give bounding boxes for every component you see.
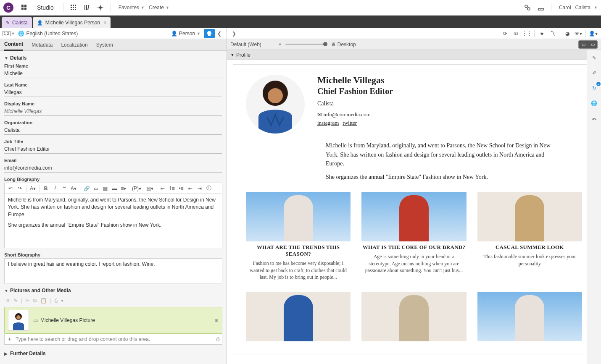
time-icon[interactable]: ◕ xyxy=(563,29,572,38)
preview-mode-toggle[interactable]: ▭ ▭ xyxy=(578,40,598,49)
email-input[interactable] xyxy=(4,164,222,173)
tab-system[interactable]: System xyxy=(96,39,113,50)
expand-left-button[interactable]: ❯ xyxy=(229,29,239,38)
preview-section-header[interactable]: ▼ Profile xyxy=(227,50,601,60)
user-menu[interactable]: Carol | Calista xyxy=(559,5,590,10)
font-button[interactable]: A▾ xyxy=(29,184,37,193)
grid-icon[interactable] xyxy=(69,3,79,13)
job-title-input[interactable] xyxy=(4,145,222,154)
link-button[interactable]: 🔗 xyxy=(82,184,91,193)
image-button[interactable]: ▭ xyxy=(92,184,100,193)
gears-icon[interactable] xyxy=(522,3,532,13)
paragraph-button[interactable]: (P)▾ xyxy=(132,184,141,193)
embed-button[interactable]: ▦ xyxy=(101,184,109,193)
type-selector[interactable]: 👤 Person ▼ xyxy=(171,31,200,37)
analytics-icon[interactable]: 〽 xyxy=(548,29,557,38)
long-bio-editor[interactable]: Michelle is from Maryland, originally, a… xyxy=(4,194,222,248)
paste-icon[interactable]: 📋 xyxy=(40,298,47,304)
tab-content[interactable]: Content xyxy=(4,39,23,51)
quote-button[interactable]: ❝ xyxy=(60,184,69,193)
create-menu[interactable]: Create xyxy=(149,5,164,10)
tab-localization[interactable]: Localization xyxy=(61,39,87,50)
share-rail-icon[interactable]: ⫘ xyxy=(590,114,599,123)
close-icon[interactable]: × xyxy=(103,20,106,26)
instagram-link[interactable]: instagram xyxy=(317,120,339,126)
outdent-button[interactable]: ⇤ xyxy=(186,184,195,193)
section-further-details[interactable]: ▶Further Details xyxy=(4,351,222,356)
cut-icon[interactable]: ✂ xyxy=(26,298,30,304)
inbox-icon[interactable] xyxy=(536,3,546,13)
refresh-badge-icon[interactable]: ↻• xyxy=(590,84,599,93)
bio-paragraph: She organizes the annual "Empire State" … xyxy=(8,222,219,229)
zoom-slider[interactable] xyxy=(285,44,327,45)
redo-button[interactable]: ↷ xyxy=(16,184,24,193)
info-button[interactable]: ⓘ xyxy=(205,184,213,193)
media-drop-area[interactable]: ＋ Type here to search or drag and drop c… xyxy=(4,334,222,345)
toggle-b[interactable]: ▭ xyxy=(588,41,597,48)
edit-icon[interactable]: ✎ xyxy=(13,298,18,304)
bold-button[interactable]: B xyxy=(42,184,50,193)
target-icon[interactable] xyxy=(95,3,105,13)
article-card[interactable]: CASUAL SUMMER LOOK This fashionable summ… xyxy=(477,192,582,281)
last-name-input[interactable] xyxy=(4,88,222,97)
open-external-icon[interactable]: ⧉ xyxy=(511,29,521,38)
copy-icon[interactable]: ⧉ xyxy=(33,298,37,304)
more-icon[interactable]: ▾ xyxy=(61,298,63,304)
library-icon[interactable] xyxy=(82,3,92,13)
channel-selector[interactable]: Default (Web) xyxy=(230,42,261,47)
tab-label: Michelle Villegas Person xyxy=(45,20,100,26)
article-card[interactable]: WHAT ARE THE TRENDS THIS SEASON? Fashion… xyxy=(246,192,351,281)
logo-icon[interactable]: C xyxy=(3,3,13,13)
apps-icon[interactable] xyxy=(19,3,29,13)
svg-rect-7 xyxy=(71,7,72,8)
tab-site[interactable]: ✎ Calista xyxy=(2,17,32,28)
ul-button[interactable]: •≡ xyxy=(177,184,185,193)
short-bio-editor[interactable]: I believe in great hair and wearing colo… xyxy=(4,258,222,283)
undo-button[interactable]: ↶ xyxy=(6,184,15,193)
section-label: Further Details xyxy=(10,351,46,356)
delete-icon[interactable]: ✕ xyxy=(6,298,10,304)
compare-button[interactable]: 1 2 ▼ xyxy=(3,31,15,36)
indent-button[interactable]: ⇥ xyxy=(195,184,204,193)
twitter-link[interactable]: twitter xyxy=(343,120,357,126)
locale-selector[interactable]: 🌐 English (United States) xyxy=(18,31,78,37)
feedback-button[interactable] xyxy=(204,29,215,38)
drag-handle-icon[interactable]: ⊕ xyxy=(214,317,219,323)
article-card[interactable]: WHAT IS THE CORE OF OUR BRAND? Age is so… xyxy=(361,192,466,281)
table-button[interactable]: ▦▾ xyxy=(145,184,154,193)
section-pictures[interactable]: ▼Pictures and Other Media xyxy=(4,288,222,293)
ol-button[interactable]: 1≡ xyxy=(168,184,176,193)
tab-metadata[interactable]: Metadata xyxy=(32,39,53,50)
bookmark-icon[interactable]: ★ xyxy=(537,29,546,38)
wand-icon[interactable]: ✎ xyxy=(590,53,599,63)
share-icon[interactable]: ⋮⋮ xyxy=(522,29,532,38)
organization-input[interactable] xyxy=(4,126,222,135)
toggle-a[interactable]: ▭ xyxy=(579,41,588,48)
media-item[interactable]: ▭ Michelle Villegas Picture ⊕ xyxy=(5,307,222,333)
visibility-icon[interactable]: 👁▾ xyxy=(574,29,583,38)
chevron-down-icon: ▼ xyxy=(594,5,598,10)
user-icon[interactable]: 👤▾ xyxy=(588,29,598,38)
article-card[interactable] xyxy=(477,292,582,344)
library-icon[interactable]: ⎙ xyxy=(55,298,58,304)
globe-strike-icon[interactable]: 🌐 xyxy=(590,99,599,108)
section-details[interactable]: ▼Details xyxy=(4,55,222,61)
article-card[interactable] xyxy=(246,292,351,344)
article-grid: WHAT ARE THE TRENDS THIS SEASON? Fashion… xyxy=(246,192,582,344)
collapse-left-button[interactable]: ❮ xyxy=(215,29,224,38)
display-name-input[interactable] xyxy=(4,107,222,116)
pen-strike-icon[interactable]: ✐ xyxy=(590,68,599,78)
article-card[interactable] xyxy=(361,292,466,344)
favorites-menu[interactable]: Favorites xyxy=(119,5,139,10)
align-button[interactable]: ≡▾ xyxy=(119,184,128,193)
first-name-input[interactable] xyxy=(4,69,222,78)
italic-button[interactable]: I xyxy=(51,184,59,193)
font-style-button[interactable]: A▾ xyxy=(69,184,78,193)
indent-left-button[interactable]: ⇤ xyxy=(158,184,167,193)
media-button[interactable]: ▬ xyxy=(110,184,119,193)
reload-icon[interactable]: ⟳ xyxy=(501,29,510,38)
tab-document[interactable]: 👤 Michelle Villegas Person × xyxy=(33,17,111,28)
profile-email[interactable]: info@coremedia.com xyxy=(323,111,371,118)
svg-point-28 xyxy=(268,88,283,103)
library-icon[interactable]: ⎙ xyxy=(216,336,219,342)
